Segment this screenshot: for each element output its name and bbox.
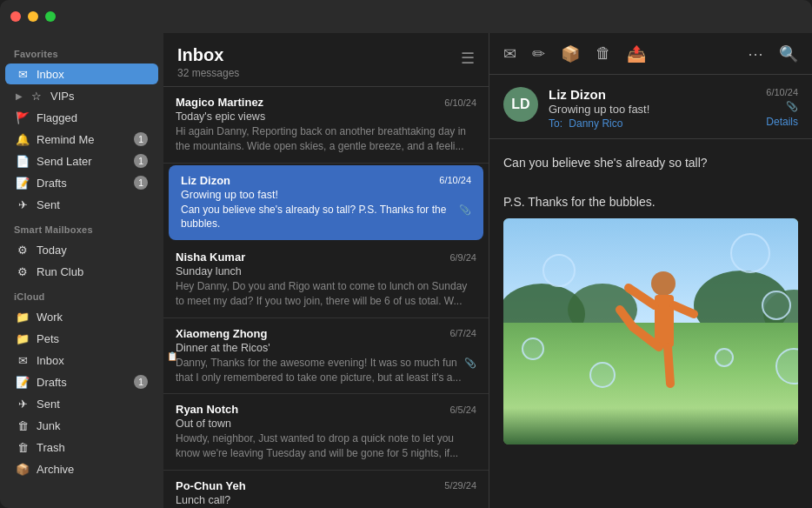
sidebar-item-label: Work xyxy=(37,311,148,324)
message-item[interactable]: 📋 Xiaomeng Zhong 6/7/24 Dinner at the Ri… xyxy=(163,318,489,395)
message-subject: Dinner at the Ricos' xyxy=(176,342,476,354)
detail-pane: ✉ ✏ 📦 🗑 📤 ⋯ 🔍 LD Liz Dizon Growing up to… xyxy=(489,33,812,508)
sidebar-item-label: Today xyxy=(37,244,148,257)
smart-mailboxes-label: Smart Mailboxes xyxy=(0,216,163,238)
sidebar-item-label: Trash xyxy=(37,441,148,454)
attachment-icon: 📎 xyxy=(459,204,471,216)
sidebar-item-work[interactable]: 📁 Work xyxy=(5,306,158,327)
sidebar-item-inbox[interactable]: ✉ Inbox xyxy=(5,64,158,84)
junk-icon: 🗑 xyxy=(16,418,30,432)
sidebar-item-vips[interactable]: ▶ ☆ VIPs xyxy=(5,85,158,106)
sidebar-item-junk[interactable]: 🗑 Junk xyxy=(5,415,158,436)
message-list-header: Inbox 32 messages ☰ xyxy=(163,33,489,87)
close-button[interactable] xyxy=(10,11,21,22)
to-name[interactable]: Danny Rico xyxy=(569,117,622,130)
svg-point-20 xyxy=(522,338,543,359)
sidebar-item-run-club[interactable]: ⚙ Run Club xyxy=(5,261,158,282)
sidebar-item-send-later[interactable]: 📄 Send Later 1 xyxy=(5,150,158,171)
send-later-badge: 1 xyxy=(134,154,148,168)
mail-icon[interactable]: ✉ xyxy=(503,44,516,64)
move-icon[interactable]: 📤 xyxy=(627,44,646,64)
message-item[interactable]: Ryan Notch 6/5/24 Out of town Howdy, nei… xyxy=(163,394,489,471)
svg-point-6 xyxy=(651,271,676,296)
message-sender: Po-Chun Yeh xyxy=(176,479,246,492)
detail-attachment-icon: 📎 xyxy=(786,101,798,112)
message-list-count: 32 messages xyxy=(177,67,239,79)
today-icon: ⚙ xyxy=(16,243,30,257)
detail-image xyxy=(503,218,798,444)
sidebar-item-label: Pets xyxy=(37,332,148,345)
star-icon: ☆ xyxy=(30,89,43,103)
svg-point-16 xyxy=(731,234,769,272)
icloud-drafts-badge: 1 xyxy=(134,375,148,389)
inbox-icon: ✉ xyxy=(16,67,30,81)
maximize-button[interactable] xyxy=(45,11,56,22)
sidebar-item-label: Drafts xyxy=(37,177,127,190)
message-preview: Howdy, neighbor, Just wanted to drop a q… xyxy=(176,431,476,461)
sidebar-item-sent[interactable]: ✈ Sent xyxy=(5,194,158,215)
body-line1: Can you believe she's already so tall? xyxy=(503,153,798,172)
svg-line-12 xyxy=(668,347,670,384)
sidebar-item-icloud-drafts[interactable]: 📝 Drafts 1 xyxy=(5,371,158,392)
message-sender: Xiaomeng Zhong xyxy=(176,327,267,340)
more-icon[interactable]: ⋯ xyxy=(748,44,763,64)
details-button[interactable]: Details xyxy=(766,116,798,128)
detail-meta: Liz Dizon Growing up too fast! To: Danny… xyxy=(549,87,755,130)
compose-icon[interactable]: ✏ xyxy=(532,44,545,64)
drafts-icon: 📝 xyxy=(16,176,30,190)
message-preview: Danny, Thanks for the awesome evening! I… xyxy=(176,356,476,385)
favorites-label: Favorites xyxy=(0,40,163,63)
message-date: 6/10/24 xyxy=(439,175,471,185)
messages-container: Magico Martinez 6/10/24 Today's epic vie… xyxy=(163,87,489,508)
message-date: 5/29/24 xyxy=(444,480,476,491)
sidebar-item-today[interactable]: ⚙ Today xyxy=(5,239,158,260)
sidebar-item-label: Sent xyxy=(37,398,148,411)
message-sender: Nisha Kumar xyxy=(176,251,245,264)
detail-toolbar: ✉ ✏ 📦 🗑 📤 ⋯ 🔍 xyxy=(489,33,812,75)
trash-icon: 🗑 xyxy=(16,440,30,454)
message-subject: Growing up too fast! xyxy=(181,189,471,201)
message-preview: Hi again Danny, Reporting back on anothe… xyxy=(176,124,476,154)
minimize-button[interactable] xyxy=(28,11,38,22)
sidebar-item-label: Remind Me xyxy=(37,133,127,146)
icloud-label: iCloud xyxy=(0,283,163,305)
detail-to: To: Danny Rico xyxy=(549,117,755,130)
main-window: Favorites ✉ Inbox ▶ ☆ VIPs 🚩 Flagged 🔔 R… xyxy=(0,0,812,508)
sidebar-item-drafts[interactable]: 📝 Drafts 1 xyxy=(5,172,158,193)
detail-date: 6/10/24 xyxy=(766,87,798,97)
content-area: Favorites ✉ Inbox ▶ ☆ VIPs 🚩 Flagged 🔔 R… xyxy=(0,33,812,508)
message-list-title: Inbox xyxy=(177,45,239,65)
message-subject: Out of town xyxy=(176,418,476,430)
sidebar-item-label: Send Later xyxy=(37,155,127,168)
drafts-badge: 1 xyxy=(134,176,148,190)
archive-toolbar-icon[interactable]: 📦 xyxy=(561,44,580,64)
message-subject: Sunday lunch xyxy=(176,265,476,277)
svg-point-14 xyxy=(543,255,575,286)
message-sender: Ryan Notch xyxy=(176,403,238,416)
sent-icon: ✈ xyxy=(16,397,30,411)
message-item[interactable]: Magico Martinez 6/10/24 Today's epic vie… xyxy=(163,87,489,164)
sidebar-item-trash[interactable]: 🗑 Trash xyxy=(5,437,158,458)
delete-icon[interactable]: 🗑 xyxy=(596,44,611,63)
sidebar: Favorites ✉ Inbox ▶ ☆ VIPs 🚩 Flagged 🔔 R… xyxy=(0,33,163,508)
sidebar-item-flagged[interactable]: 🚩 Flagged xyxy=(5,107,158,128)
draft-icon: 📋 xyxy=(167,351,177,361)
search-icon[interactable]: 🔍 xyxy=(779,44,798,64)
inbox-icon: ✉ xyxy=(16,353,30,367)
sidebar-item-pets[interactable]: 📁 Pets xyxy=(5,328,158,349)
sendlater-icon: 📄 xyxy=(16,154,30,168)
sidebar-item-archive[interactable]: 📦 Archive xyxy=(5,458,158,479)
message-item[interactable]: Nisha Kumar 6/9/24 Sunday lunch Hey Dann… xyxy=(163,242,489,318)
sidebar-item-label: Inbox xyxy=(37,68,148,81)
sidebar-item-label: Junk xyxy=(37,419,148,432)
sidebar-item-label: VIPs xyxy=(50,90,148,103)
sidebar-item-label: Flagged xyxy=(37,111,148,124)
sidebar-item-icloud-inbox[interactable]: ✉ Inbox xyxy=(5,350,158,371)
message-item[interactable]: Liz Dizon 6/10/24 Growing up too fast! C… xyxy=(169,165,483,241)
message-item[interactable]: Po-Chun Yeh 5/29/24 Lunch call? Think yo… xyxy=(163,471,489,508)
sidebar-item-icloud-sent[interactable]: ✈ Sent xyxy=(5,393,158,414)
avatar: LD xyxy=(503,87,538,122)
sidebar-item-remind-me[interactable]: 🔔 Remind Me 1 xyxy=(5,129,158,150)
sent-icon: ✈ xyxy=(16,197,30,211)
filter-icon[interactable]: ☰ xyxy=(461,49,475,68)
